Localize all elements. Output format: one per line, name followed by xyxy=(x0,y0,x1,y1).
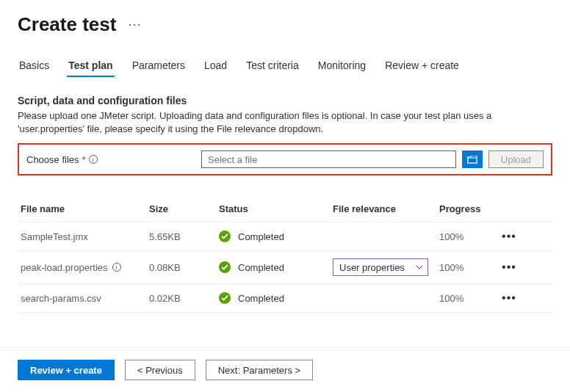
status-text: Completed xyxy=(238,262,284,273)
row-more-icon[interactable]: ••• xyxy=(498,261,520,274)
upload-button: Upload xyxy=(488,150,544,168)
more-icon[interactable]: ··· xyxy=(128,17,141,32)
review-create-button[interactable]: Review + create xyxy=(18,360,115,380)
page-title: Create test xyxy=(18,13,116,36)
file-status: Completed xyxy=(219,261,333,273)
tabs: BasicsTest planParametersLoadTest criter… xyxy=(18,57,552,77)
info-icon[interactable]: i xyxy=(89,155,98,164)
file-size: 0.08KB xyxy=(149,262,219,273)
file-name-cell: search-params.csv xyxy=(21,293,149,304)
file-size: 5.65KB xyxy=(149,231,219,242)
footer: Review + create < Previous Next: Paramet… xyxy=(0,347,570,392)
col-name: File name xyxy=(21,203,149,214)
info-icon[interactable]: i xyxy=(112,263,121,272)
section-description: Please upload one JMeter script. Uploadi… xyxy=(18,109,552,136)
required-star: * xyxy=(82,154,86,165)
file-name-cell: peak-load.propertiesi xyxy=(21,262,149,273)
file-table: File name Size Status File relevance Pro… xyxy=(18,196,552,313)
file-relevance-cell: User properties xyxy=(333,258,439,276)
choose-files-text: Choose files xyxy=(26,154,79,165)
file-size: 0.02KB xyxy=(149,293,219,304)
tab-monitoring[interactable]: Monitoring xyxy=(317,57,367,77)
tab-review-create[interactable]: Review + create xyxy=(383,57,461,77)
tab-test-criteria[interactable]: Test criteria xyxy=(245,57,300,77)
col-progress: Progress xyxy=(439,203,498,214)
check-icon xyxy=(219,261,231,273)
tab-load[interactable]: Load xyxy=(203,57,228,77)
table-row: peak-load.propertiesi0.08KBCompletedUser… xyxy=(18,250,552,283)
col-size: Size xyxy=(149,203,219,214)
col-relevance: File relevance xyxy=(333,203,439,214)
row-more-icon[interactable]: ••• xyxy=(498,291,520,305)
file-progress: 100% xyxy=(439,293,498,304)
table-header: File name Size Status File relevance Pro… xyxy=(18,196,552,222)
tab-test-plan[interactable]: Test plan xyxy=(67,57,114,77)
file-name: search-params.csv xyxy=(21,293,101,304)
folder-icon xyxy=(467,156,477,164)
choose-files-label: Choose files * i xyxy=(26,154,195,165)
browse-button[interactable] xyxy=(462,150,483,168)
section-title: Script, data and configuration files xyxy=(18,95,552,106)
tab-basics[interactable]: Basics xyxy=(18,57,51,77)
table-row: search-params.csv0.02KBCompleted100%••• xyxy=(18,283,552,313)
file-name-cell: SampleTest.jmx xyxy=(21,231,149,242)
table-row: SampleTest.jmx5.65KBCompleted100%••• xyxy=(18,222,552,250)
file-status: Completed xyxy=(219,292,333,304)
relevance-value: User properties xyxy=(339,262,405,273)
status-text: Completed xyxy=(238,231,284,242)
file-chooser-row: Choose files * i Upload xyxy=(18,143,552,175)
file-progress: 100% xyxy=(439,231,498,242)
file-name: SampleTest.jmx xyxy=(21,231,88,242)
file-name: peak-load.properties xyxy=(21,262,108,273)
previous-button[interactable]: < Previous xyxy=(125,360,195,380)
check-icon xyxy=(219,292,231,304)
tab-parameters[interactable]: Parameters xyxy=(131,57,187,77)
file-status: Completed xyxy=(219,231,333,242)
file-select-input[interactable] xyxy=(201,150,456,168)
col-status: Status xyxy=(219,203,333,214)
check-icon xyxy=(219,231,231,242)
file-relevance-dropdown[interactable]: User properties xyxy=(333,258,428,276)
row-more-icon[interactable]: ••• xyxy=(498,230,520,243)
next-button[interactable]: Next: Parameters > xyxy=(206,360,313,380)
chevron-down-icon xyxy=(416,265,423,269)
status-text: Completed xyxy=(238,293,284,304)
file-progress: 100% xyxy=(439,262,498,273)
